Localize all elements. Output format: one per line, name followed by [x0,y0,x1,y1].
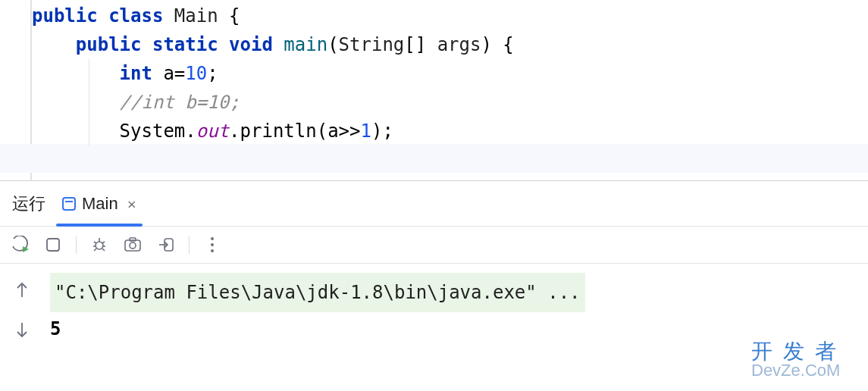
svg-rect-1 [47,239,59,251]
run-panel-header: 运行 Main × [0,180,868,226]
code-line[interactable]: public class Main { [32,2,868,30]
rerun-button[interactable] [9,234,30,255]
svg-point-15 [211,237,214,240]
run-tab-main[interactable]: Main × [59,181,139,226]
current-line-highlight [0,144,868,173]
command-line: "C:\Program Files\Java\jdk-1.8\bin\java.… [50,273,585,312]
console-text[interactable]: "C:\Program Files\Java\jdk-1.8\bin\java.… [44,264,868,391]
svg-line-5 [102,242,105,243]
svg-line-4 [94,242,96,243]
stop-button[interactable] [42,234,64,255]
application-icon [62,197,76,211]
separator [189,236,190,254]
snapshot-icon[interactable] [122,234,143,255]
console-gutter [0,264,44,391]
more-icon[interactable] [202,234,223,255]
svg-line-8 [94,249,96,251]
svg-point-17 [211,249,214,252]
code-line[interactable]: //int b=10; [32,88,868,117]
close-icon[interactable]: × [127,196,136,211]
svg-point-16 [211,243,214,246]
tab-label: Main [82,194,118,214]
scroll-down-icon[interactable] [11,320,33,341]
svg-line-9 [102,249,105,251]
console-output: "C:\Program Files\Java\jdk-1.8\bin\java.… [0,264,868,391]
code-line[interactable]: int a=10; [32,59,868,88]
separator [76,236,77,254]
svg-rect-10 [125,240,140,251]
tab-active-indicator [56,224,143,227]
run-toolbar [0,226,868,264]
panel-title: 运行 [12,192,45,215]
scroll-up-icon[interactable] [11,279,33,300]
svg-rect-12 [130,238,136,241]
svg-point-11 [130,242,136,249]
exit-icon[interactable] [155,234,177,255]
svg-point-2 [96,242,103,249]
output-line: 5 [50,312,853,346]
code-line[interactable]: System.out.println(a>>1); [32,117,868,145]
watermark: 开发者 DevZe.CoM [751,341,847,379]
code-line[interactable]: public static void main(String[] args) { [32,30,868,59]
code-editor[interactable]: public class Main { public static void m… [0,0,868,180]
debug-icon[interactable] [89,234,110,255]
